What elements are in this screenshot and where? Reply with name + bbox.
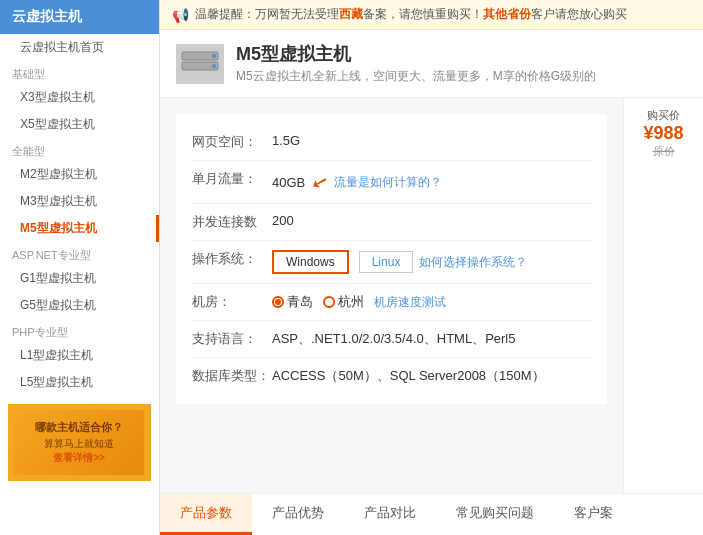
- buy-label: 购买价: [643, 108, 683, 123]
- sidebar-item-x5[interactable]: X5型虚拟主机: [0, 111, 159, 138]
- tab-product-compare[interactable]: 产品对比: [344, 494, 436, 535]
- lang-value: ASP、.NET1.0/2.0/3.5/4.0、HTML、Perl5: [272, 330, 515, 348]
- banner-line3: 查看详情>>: [35, 451, 123, 465]
- sidebar-item-m3[interactable]: M3型虚拟主机: [0, 188, 159, 215]
- sidebar-section-full: 全能型: [0, 138, 159, 161]
- product-info: M5型虚拟主机 M5云虚拟主机全新上线，空间更大、流量更多，M享的价格G级别的: [236, 42, 596, 85]
- sidebar-section-basic: 基础型: [0, 61, 159, 84]
- os-help-link[interactable]: 如何选择操作系统？: [419, 254, 527, 271]
- product-icon: [176, 44, 224, 84]
- sidebar-title: 云虚拟主机: [0, 0, 159, 34]
- main-content: 📢 温馨提醒：万网暂无法受理西藏备案，请您慎重购买！其他省份客户请您放心购买 M…: [160, 0, 703, 535]
- bottom-tabs: 产品参数 产品优势 产品对比 常见购买问题 客户案: [160, 493, 703, 535]
- price-value: ¥988: [643, 123, 683, 144]
- sidebar-home-link[interactable]: 云虚拟主机首页: [0, 34, 159, 61]
- tab-product-advantage[interactable]: 产品优势: [252, 494, 344, 535]
- sidebar-item-g5[interactable]: G5型虚拟主机: [0, 292, 159, 319]
- concurrent-value: 200: [272, 213, 294, 228]
- product-header: M5型虚拟主机 M5云虚拟主机全新上线，空间更大、流量更多，M享的价格G级别的: [160, 30, 703, 98]
- svg-point-3: [212, 64, 216, 68]
- sidebar-section-php: PHP专业型: [0, 319, 159, 342]
- os-options: Windows Linux 如何选择操作系统？: [272, 250, 527, 274]
- spec-web-space: 网页空间： 1.5G: [192, 124, 591, 161]
- original-price-label: 原价: [643, 144, 683, 159]
- db-label: 数据库类型：: [192, 367, 272, 385]
- sidebar-item-g1[interactable]: G1型虚拟主机: [0, 265, 159, 292]
- sidebar-item-m5[interactable]: M5型虚拟主机: [0, 215, 159, 242]
- radio-dot-hangzhou: [323, 296, 335, 308]
- specs-block: 网页空间： 1.5G 单月流量： 40GB ➘ 流量是如何计算的？: [176, 114, 607, 404]
- specs-panel: 网页空间： 1.5G 单月流量： 40GB ➘ 流量是如何计算的？: [160, 98, 623, 493]
- sidebar-item-l1[interactable]: L1型虚拟主机: [0, 342, 159, 369]
- idc-options: 青岛 杭州 机房速度测试: [272, 293, 446, 311]
- notice-bar: 📢 温馨提醒：万网暂无法受理西藏备案，请您慎重购买！其他省份客户请您放心购买: [160, 0, 703, 30]
- traffic-link[interactable]: 流量是如何计算的？: [334, 174, 442, 191]
- price-sidebar: 购买价 ¥988 原价: [623, 98, 703, 493]
- banner-line1: 哪款主机适合你？: [35, 420, 123, 435]
- price-box: 购买价 ¥988 原价: [643, 108, 683, 159]
- tab-customer[interactable]: 客户案: [554, 494, 633, 535]
- spec-traffic: 单月流量： 40GB ➘ 流量是如何计算的？: [192, 161, 591, 204]
- os-linux-button[interactable]: Linux: [359, 251, 414, 273]
- banner-line2: 算算马上就知道: [35, 437, 123, 451]
- tab-product-params[interactable]: 产品参数: [160, 494, 252, 535]
- radio-dot-qingdao: [272, 296, 284, 308]
- sidebar: 云虚拟主机 云虚拟主机首页 基础型 X3型虚拟主机 X5型虚拟主机 全能型 M2…: [0, 0, 160, 535]
- idc-hangzhou-radio[interactable]: 杭州: [323, 293, 364, 311]
- lang-label: 支持语言：: [192, 330, 272, 348]
- banner-image: 哪款主机适合你？ 算算马上就知道 查看详情>>: [14, 410, 144, 475]
- sidebar-section-asp: ASP.NET专业型: [0, 242, 159, 265]
- sidebar-item-m2[interactable]: M2型虚拟主机: [0, 161, 159, 188]
- arrow-icon: ➘: [308, 168, 331, 196]
- db-value: ACCESS（50M）、SQL Server2008（150M）: [272, 367, 545, 385]
- idc-label: 机房：: [192, 293, 272, 311]
- os-label: 操作系统：: [192, 250, 272, 268]
- sidebar-item-x3[interactable]: X3型虚拟主机: [0, 84, 159, 111]
- speaker-icon: 📢: [172, 7, 189, 23]
- svg-point-2: [212, 54, 216, 58]
- traffic-label: 单月流量：: [192, 170, 272, 188]
- tab-faq[interactable]: 常见购买问题: [436, 494, 554, 535]
- notice-text: 温馨提醒：万网暂无法受理西藏备案，请您慎重购买！其他省份客户请您放心购买: [195, 6, 627, 23]
- product-title: M5型虚拟主机: [236, 42, 596, 66]
- idc-qingdao-radio[interactable]: 青岛: [272, 293, 313, 311]
- web-space-value: 1.5G: [272, 133, 300, 148]
- idc-speed-link[interactable]: 机房速度测试: [374, 294, 446, 311]
- spec-concurrent: 并发连接数 200: [192, 204, 591, 241]
- os-windows-button[interactable]: Windows: [272, 250, 349, 274]
- traffic-value: 40GB ➘ 流量是如何计算的？: [272, 170, 442, 194]
- web-space-label: 网页空间：: [192, 133, 272, 151]
- sidebar-item-l5[interactable]: L5型虚拟主机: [0, 369, 159, 396]
- notice-link[interactable]: 其他省份: [483, 7, 531, 21]
- content-area: 网页空间： 1.5G 单月流量： 40GB ➘ 流量是如何计算的？: [160, 98, 703, 493]
- spec-db: 数据库类型： ACCESS（50M）、SQL Server2008（150M）: [192, 358, 591, 394]
- notice-highlight: 西藏: [339, 7, 363, 21]
- sidebar-banner[interactable]: 哪款主机适合你？ 算算马上就知道 查看详情>>: [8, 404, 151, 481]
- concurrent-label: 并发连接数: [192, 213, 272, 231]
- product-subtitle: M5云虚拟主机全新上线，空间更大、流量更多，M享的价格G级别的: [236, 68, 596, 85]
- spec-lang: 支持语言： ASP、.NET1.0/2.0/3.5/4.0、HTML、Perl5: [192, 321, 591, 358]
- spec-os: 操作系统： Windows Linux 如何选择操作系统？: [192, 241, 591, 284]
- spec-idc: 机房： 青岛 杭州 机房速度测试: [192, 284, 591, 321]
